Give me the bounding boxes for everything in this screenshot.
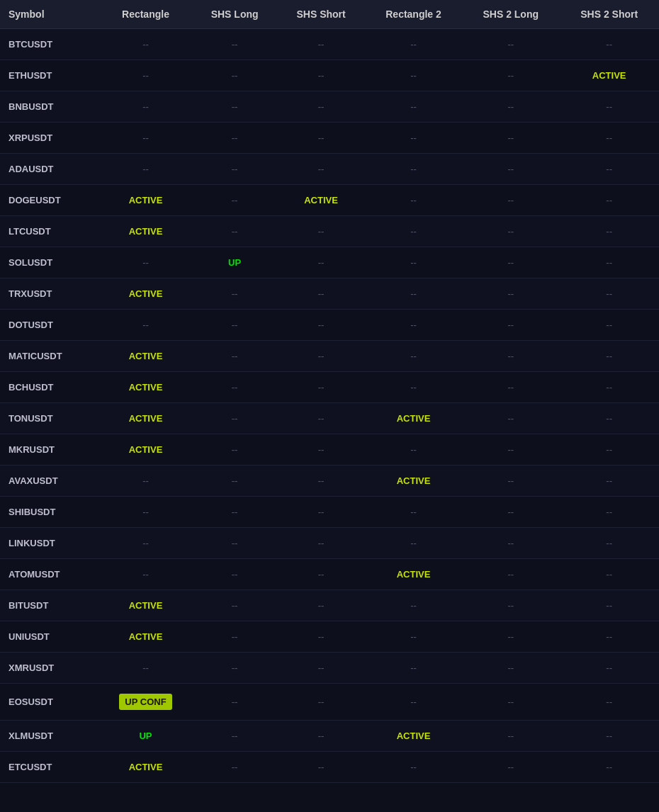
signal-cell-shs2_long: --	[462, 154, 559, 185]
signal-cell-rectangle2: --	[365, 497, 462, 528]
status-dash: --	[318, 39, 325, 50]
table-row: UNIUSDTACTIVE----------	[0, 621, 659, 653]
status-dash: --	[232, 762, 238, 772]
status-active-badge: ACTIVE	[397, 731, 431, 741]
signal-cell-shs_long: --	[192, 154, 277, 185]
signal-cell-rectangle: --	[99, 466, 192, 497]
status-up-badge: UP	[139, 731, 152, 741]
status-dash: --	[232, 444, 238, 455]
status-dash: --	[606, 164, 612, 174]
signal-cell-rectangle2: ACTIVE	[365, 466, 462, 497]
signal-cell-rectangle2: --	[365, 372, 462, 403]
status-dash: --	[606, 382, 612, 393]
signal-cell-rectangle2: --	[365, 29, 462, 60]
signal-cell-shs2_long: --	[462, 247, 559, 278]
signal-cell-shs_short: --	[277, 721, 365, 752]
status-dash: --	[318, 600, 325, 611]
status-dash: --	[410, 662, 417, 673]
symbol-cell: DOGEUSDT	[0, 185, 99, 216]
symbol-cell: MATICUSDT	[0, 341, 99, 372]
signal-cell-shs_short: --	[277, 466, 365, 497]
signal-cell-rectangle: --	[99, 310, 192, 341]
status-active-badge: ACTIVE	[592, 70, 626, 81]
table-row: TRXUSDTACTIVE----------	[0, 278, 659, 310]
signal-cell-rectangle2: --	[365, 653, 462, 684]
signal-cell-shs2_long: --	[462, 559, 559, 590]
signal-cell-rectangle2: --	[365, 247, 462, 278]
status-dash: --	[232, 600, 238, 611]
symbol-cell: TRXUSDT	[0, 278, 99, 310]
signal-cell-shs2_long: --	[462, 60, 559, 91]
signal-cell-shs2_short: --	[559, 247, 659, 278]
status-dash: --	[410, 132, 417, 143]
table-row: DOGEUSDTACTIVE--ACTIVE------	[0, 185, 659, 216]
symbol-cell: UNIUSDT	[0, 621, 99, 653]
signal-cell-rectangle: --	[99, 154, 192, 185]
status-dash: --	[232, 538, 238, 548]
status-dash: --	[232, 475, 238, 486]
signal-cell-shs2_short: --	[559, 29, 659, 60]
signal-cell-shs2_long: --	[462, 752, 559, 783]
signal-cell-shs_short: --	[277, 653, 365, 684]
status-dash: --	[606, 507, 612, 517]
table-row: DOTUSDT------------	[0, 310, 659, 341]
symbol-cell: LTCUSDT	[0, 216, 99, 247]
signal-cell-shs_long: --	[192, 60, 277, 91]
signal-cell-shs2_short: --	[559, 497, 659, 528]
signal-cell-shs2_short: --	[559, 278, 659, 310]
status-dash: --	[410, 600, 417, 611]
symbol-cell: SOLUSDT	[0, 247, 99, 278]
status-dash: --	[606, 351, 612, 361]
signal-cell-shs_long: --	[192, 341, 277, 372]
status-dash: --	[507, 444, 514, 455]
status-dash: --	[606, 288, 612, 299]
status-dash: --	[232, 569, 238, 580]
status-dash: --	[410, 101, 417, 112]
status-dash: --	[318, 507, 325, 517]
status-dash: --	[410, 631, 417, 642]
status-dash: --	[410, 507, 417, 517]
status-dash: --	[507, 39, 514, 50]
trading-signals-table: Symbol Rectangle SHS Long SHS Short Rect…	[0, 0, 659, 783]
signal-cell-shs_long: --	[192, 434, 277, 466]
signal-cell-shs_short: --	[277, 91, 365, 123]
status-dash: --	[606, 600, 612, 611]
signal-cell-shs2_short: --	[559, 559, 659, 590]
signal-cell-shs2_long: --	[462, 590, 559, 621]
signal-cell-shs2_short: --	[559, 372, 659, 403]
status-dash: --	[507, 569, 514, 580]
signal-cell-rectangle: ACTIVE	[99, 590, 192, 621]
signal-cell-shs2_short: --	[559, 123, 659, 154]
status-dash: --	[142, 257, 149, 268]
table-row: TONUSDTACTIVE----ACTIVE----	[0, 403, 659, 434]
status-dash: --	[318, 288, 325, 299]
table-row: MKRUSDTACTIVE----------	[0, 434, 659, 466]
signal-cell-shs_short: --	[277, 434, 365, 466]
status-dash: --	[507, 70, 514, 81]
signal-cell-rectangle: --	[99, 247, 192, 278]
col-header-rectangle2: Rectangle 2	[365, 0, 462, 29]
signal-cell-rectangle2: --	[365, 216, 462, 247]
signal-cell-shs2_long: --	[462, 403, 559, 434]
signal-cell-shs2_short: --	[559, 590, 659, 621]
status-active-badge: ACTIVE	[397, 475, 431, 486]
status-dash: --	[507, 697, 514, 707]
symbol-cell: BNBUSDT	[0, 91, 99, 123]
signal-cell-shs2_long: --	[462, 310, 559, 341]
table-row: SOLUSDT--UP--------	[0, 247, 659, 278]
signal-cell-shs_long: --	[192, 372, 277, 403]
signal-cell-shs_long: --	[192, 528, 277, 559]
symbol-cell: ETCUSDT	[0, 752, 99, 783]
signal-cell-shs2_short: --	[559, 621, 659, 653]
signal-cell-shs_long: --	[192, 403, 277, 434]
table-row: ETCUSDTACTIVE----------	[0, 752, 659, 783]
status-dash: --	[410, 382, 417, 393]
signal-cell-shs2_short: --	[559, 310, 659, 341]
status-dash: --	[142, 475, 149, 486]
signal-cell-shs_short: --	[277, 372, 365, 403]
signal-cell-rectangle: UP CONF	[99, 684, 192, 721]
table-row: XLMUSDTUP----ACTIVE----	[0, 721, 659, 752]
table-header-row: Symbol Rectangle SHS Long SHS Short Rect…	[0, 0, 659, 29]
signal-cell-shs2_short: --	[559, 528, 659, 559]
signal-cell-shs2_long: --	[462, 123, 559, 154]
